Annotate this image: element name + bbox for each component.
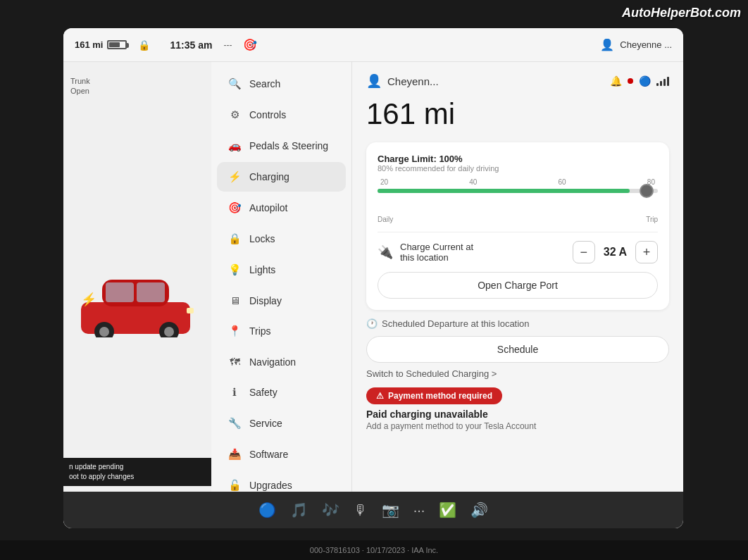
bottom-bar-text: 000-37816103 · 10/17/2023 · IAA Inc. [310,546,438,554]
notification-dot [628,78,633,84]
service-icon: 🔧 [228,417,241,430]
signal-icon [656,76,669,86]
nav-item-charging[interactable]: ⚡ Charging [217,162,346,192]
mic-taskbar-icon[interactable]: 🎙 [354,502,368,518]
paid-charging-sub: Add a payment method to your Tesla Accou… [366,421,669,431]
nav-item-software[interactable]: 📥 Software [217,440,346,469]
nav-item-search[interactable]: 🔍 Search [217,69,346,99]
range-text: 161 mi [75,39,103,50]
car-image: ⚡ [77,267,197,337]
nav-label-controls: Controls [249,109,286,120]
nav-item-safety[interactable]: ℹ Safety [217,378,346,407]
current-value: 32 A [604,246,627,259]
trips-icon: 📍 [228,325,241,337]
autopilot-icon: 🎯 [228,201,241,214]
nav-label-lights: Lights [249,264,275,275]
mark-20: 20 [380,178,388,186]
content-area: 👤 Cheyenn... 🔔 🔵 161 mi [352,62,683,528]
status-range: 161 mi [75,39,127,50]
lights-icon: 💡 [228,263,241,276]
camera-taskbar-icon[interactable]: 📷 [382,502,399,518]
nav-label-pedals: Pedals & Steering [249,140,328,151]
nav-item-trips[interactable]: 📍 Trips [217,316,346,346]
nav-label-navigation: Navigation [249,356,296,368]
mark-40: 40 [469,178,477,186]
svg-point-7 [164,327,174,337]
safety-icon: ℹ [228,386,241,399]
charging-icon: ⚡ [228,170,241,183]
scheduled-departure-section: 🕐 Scheduled Departure at this location S… [366,318,669,379]
upgrades-icon: 🔓 [228,479,241,492]
bluetooth-taskbar-icon[interactable]: 🔵 [258,502,276,518]
search-icon: 🔍 [228,77,241,90]
nav-item-locks[interactable]: 🔒 Locks [217,224,346,254]
trip-label: Trip [646,216,658,223]
open-port-button[interactable]: Open Charge Port [378,272,658,299]
update-banner: n update pending oot to apply changes [63,458,211,486]
slider-thumb[interactable] [640,184,654,198]
warning-icon: ⚠ [376,391,384,401]
content-status-icons: 🔔 🔵 [610,75,669,87]
nav-item-service[interactable]: 🔧 Service [217,409,346,438]
update-line1: n update pending [69,462,206,472]
profile-name-header: Cheyenne ... [620,39,672,50]
status-time: 11:35 am [170,39,212,51]
nav-label-display: Display [249,295,282,306]
nav-label-safety: Safety [249,387,278,398]
slider-fill [378,189,630,193]
nav-label-trips: Trips [249,325,271,337]
schedule-button[interactable]: Schedule [366,336,669,363]
clock-icon: 🕐 [366,318,378,329]
spotify-taskbar-icon[interactable]: 🎶 [322,502,339,518]
main-layout: TrunkOpen [63,62,683,528]
nav-label-service: Service [249,418,282,429]
increase-button[interactable]: + [635,241,658,263]
nav-item-display[interactable]: 🖥 Display [217,286,346,315]
svg-text:⚡: ⚡ [81,292,97,307]
svg-rect-8 [187,308,194,313]
nav-item-navigation[interactable]: 🗺 Navigation [217,347,346,376]
nav-item-pedals[interactable]: 🚗 Pedals & Steering [217,131,346,161]
lock-icon: 🔒 [138,39,150,51]
charge-limit-sub: 80% recommended for daily driving [378,164,658,173]
controls-icon: ⚙ [228,108,241,121]
nav-label-search: Search [249,78,280,89]
nav-item-lights[interactable]: 💡 Lights [217,255,346,285]
nav-label-upgrades: Upgrades [249,480,292,491]
divider-1 [378,232,658,232]
display-icon: 🖥 [228,294,241,306]
software-icon: 📥 [228,448,241,461]
daily-label: Daily [378,216,393,223]
nav-item-controls[interactable]: ⚙ Controls [217,100,346,130]
charge-current-row: 🔌 Charge Current atthis location − 32 A … [378,241,658,263]
charge-limit-title: Charge Limit: 100% [378,154,658,164]
switch-link[interactable]: Switch to Scheduled Charging > [366,368,669,379]
decrease-button[interactable]: − [573,241,595,263]
charge-limit-section: Charge Limit: 100% 80% recommended for d… [378,154,658,223]
apps-taskbar-icon[interactable]: ··· [413,502,425,518]
slider-labels: Daily Trip [378,216,658,223]
bottom-bar: 000-37816103 · 10/17/2023 · IAA Inc. [0,540,748,560]
location-icon: 🎯 [243,38,257,51]
car-panel: TrunkOpen [63,62,211,528]
nav-label-charging: Charging [249,171,289,182]
svg-point-5 [99,327,109,337]
bell-icon: 🔔 [610,75,622,87]
nav-item-autopilot[interactable]: 🎯 Autopilot [217,193,346,223]
paid-charging-title: Paid charging unavailable [366,409,669,420]
content-profile-name: Cheyenn... [387,75,604,87]
nav-label-autopilot: Autopilot [249,202,287,213]
charge-slider[interactable] [378,187,658,210]
svg-rect-2 [106,282,134,302]
battery-icon [107,40,127,49]
profile-icon: 👤 [600,38,614,51]
slider-track [378,189,658,193]
current-control: − 32 A + [573,241,658,263]
check-taskbar-icon[interactable]: ✅ [439,502,456,518]
status-separator: --- [223,40,232,50]
volume-taskbar-icon[interactable]: 🔊 [470,502,488,518]
music-taskbar-icon[interactable]: 🎵 [290,502,308,518]
tesla-screen: 161 mi 🔒 11:35 am --- 🎯 👤 Cheyenne ... T… [63,28,683,528]
watermark: AutoHelperBot.com [622,6,741,20]
locks-icon: 🔒 [228,232,241,245]
